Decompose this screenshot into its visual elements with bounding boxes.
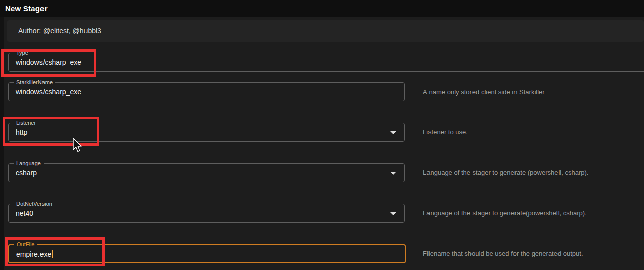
author-bar: Author: @elitest, @hubbl3 (7, 20, 644, 42)
new-stager-page: New Stager Author: @elitest, @hubbl3 Typ… (0, 0, 644, 270)
type-input[interactable]: Type windows/csharp_exe (8, 53, 644, 72)
starkillername-helper: A name only stored client side in Starki… (423, 88, 545, 96)
annotation-box-listener (3, 117, 99, 146)
dotnetversion-select[interactable]: DotNetVersion net40 (8, 204, 405, 223)
language-helper: Language of the stager to generate (powe… (423, 169, 588, 177)
dotnetversion-value: net40 (16, 204, 33, 222)
starkillername-value: windows/csharp_exe (16, 83, 81, 101)
listener-helper: Listener to use. (423, 128, 468, 136)
chevron-down-icon[interactable] (390, 212, 396, 215)
page-title: New Stager (5, 0, 48, 17)
language-value: csharp (16, 164, 37, 182)
annotation-box-type (1, 49, 96, 77)
chevron-down-icon[interactable] (390, 172, 396, 175)
outfile-helper: Filename that should be used for the gen… (423, 250, 583, 258)
language-select[interactable]: Language csharp (8, 163, 405, 182)
annotation-box-outfile (5, 237, 105, 266)
mouse-cursor (72, 138, 82, 153)
form-panel: Author: @elitest, @hubbl3 Type windows/c… (4, 17, 644, 270)
dotnetversion-helper: Language of the stager to generate(power… (423, 209, 587, 217)
author-text: Author: @elitest, @hubbl3 (18, 20, 101, 42)
page-header: New Stager (0, 0, 644, 17)
chevron-down-icon[interactable] (390, 131, 396, 134)
starkillername-input[interactable]: StarkillerName windows/csharp_exe (8, 82, 405, 101)
